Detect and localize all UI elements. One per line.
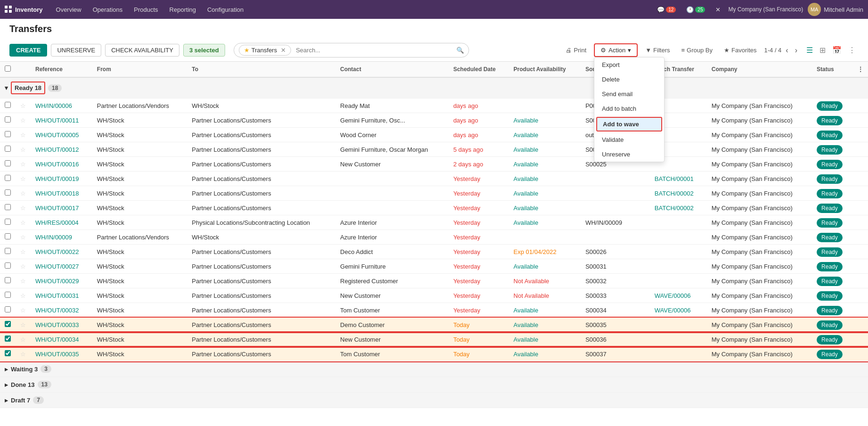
row-reference-cell[interactable]: WH/OUT/00018: [31, 186, 92, 201]
row-reference-cell[interactable]: WH/RES/00004: [31, 215, 92, 230]
row-checkbox[interactable]: [5, 102, 11, 108]
action-add-to-wave[interactable]: Add to wave: [596, 117, 662, 131]
row-settings-cell[interactable]: [853, 157, 868, 172]
row-star-cell[interactable]: ☆: [16, 128, 31, 142]
reference-link[interactable]: WH/OUT/00029: [35, 278, 79, 285]
row-checkbox-cell[interactable]: [0, 215, 16, 230]
action-send-email[interactable]: Send email: [594, 87, 664, 101]
row-reference-cell[interactable]: WH/OUT/00031: [31, 288, 92, 303]
row-batch-cell[interactable]: [650, 215, 707, 230]
group-row[interactable]: ▸ Done 13 13: [0, 377, 868, 393]
row-batch-cell[interactable]: [650, 274, 707, 288]
reference-link[interactable]: WH/IN/00009: [35, 234, 72, 241]
batch-link[interactable]: BATCH/00002: [655, 205, 694, 212]
row-reference-cell[interactable]: WH/OUT/00005: [31, 128, 92, 142]
table-row[interactable]: ☆ WH/OUT/00011 WH/Stock Partner Location…: [0, 113, 868, 128]
messages-button[interactable]: 💬 12: [654, 4, 679, 15]
reference-link[interactable]: WH/IN/00006: [35, 102, 72, 109]
close-button[interactable]: ✕: [713, 4, 723, 15]
col-contact-header[interactable]: Contact: [335, 62, 448, 77]
row-checkbox-cell[interactable]: [0, 303, 16, 318]
batch-link[interactable]: WAVE/00006: [655, 292, 691, 299]
row-checkbox[interactable]: [5, 160, 11, 166]
row-checkbox[interactable]: [5, 336, 11, 342]
table-row[interactable]: ☆ WH/OUT/00032 WH/Stock Partner Location…: [0, 303, 868, 318]
row-checkbox-cell[interactable]: [0, 186, 16, 201]
reference-link[interactable]: WH/OUT/00033: [35, 321, 79, 328]
calendar-view-icon[interactable]: 📅: [829, 44, 844, 57]
row-reference-cell[interactable]: WH/OUT/00029: [31, 274, 92, 288]
action-button[interactable]: ⚙ Action ▾: [594, 43, 638, 57]
row-checkbox[interactable]: [5, 248, 11, 254]
row-star-cell[interactable]: ☆: [16, 303, 31, 318]
row-checkbox-cell[interactable]: [0, 172, 16, 186]
table-row[interactable]: ☆ WH/IN/00006 Partner Locations/Vendors …: [0, 98, 868, 113]
row-reference-cell[interactable]: WH/OUT/00012: [31, 142, 92, 157]
row-settings-cell[interactable]: [853, 113, 868, 128]
activities-button[interactable]: 🕐 25: [683, 4, 708, 15]
search-tag-close[interactable]: ✕: [281, 47, 286, 54]
row-checkbox[interactable]: [5, 306, 11, 312]
row-settings-cell[interactable]: [853, 172, 868, 186]
row-settings-cell[interactable]: [853, 201, 868, 215]
row-checkbox[interactable]: [5, 233, 11, 239]
group-toggle[interactable]: ▸ Done 13 13: [5, 381, 51, 388]
row-star-icon[interactable]: ☆: [20, 263, 26, 270]
table-row[interactable]: ☆ WH/OUT/00017 WH/Stock Partner Location…: [0, 201, 868, 215]
row-settings-cell[interactable]: [853, 98, 868, 113]
col-from-header[interactable]: From: [92, 62, 187, 77]
reference-link[interactable]: WH/OUT/00018: [35, 190, 79, 197]
row-checkbox-cell[interactable]: [0, 259, 16, 274]
reference-link[interactable]: WH/OUT/00034: [35, 336, 79, 343]
row-batch-cell[interactable]: [650, 347, 707, 361]
group-toggle[interactable]: ▾ Ready 18 18: [5, 82, 62, 94]
row-star-cell[interactable]: ☆: [16, 142, 31, 157]
row-reference-cell[interactable]: WH/OUT/00033: [31, 318, 92, 332]
table-row[interactable]: ☆ WH/OUT/00022 WH/Stock Partner Location…: [0, 245, 868, 259]
row-reference-cell[interactable]: WH/OUT/00032: [31, 303, 92, 318]
row-checkbox[interactable]: [5, 219, 11, 225]
row-checkbox-cell[interactable]: [0, 128, 16, 142]
search-input[interactable]: [294, 45, 454, 56]
row-star-icon[interactable]: ☆: [20, 336, 26, 343]
reference-link[interactable]: WH/OUT/00027: [35, 263, 79, 270]
table-row[interactable]: ☆ WH/OUT/00033 WH/Stock Partner Location…: [0, 318, 868, 332]
selected-count-button[interactable]: 3 selected: [183, 44, 225, 57]
row-settings-cell[interactable]: [853, 259, 868, 274]
row-star-cell[interactable]: ☆: [16, 274, 31, 288]
reference-link[interactable]: WH/OUT/00019: [35, 175, 79, 182]
table-row[interactable]: ☆ WH/OUT/00034 WH/Stock Partner Location…: [0, 332, 868, 347]
col-reference-header[interactable]: Reference: [31, 62, 92, 77]
row-batch-cell[interactable]: BATCH/00002: [650, 186, 707, 201]
row-reference-cell[interactable]: WH/OUT/00022: [31, 245, 92, 259]
row-checkbox[interactable]: [5, 189, 11, 196]
table-row[interactable]: ☆ WH/OUT/00018 WH/Stock Partner Location…: [0, 186, 868, 201]
group-by-button[interactable]: ≡ Group By: [678, 44, 717, 56]
row-star-icon[interactable]: ☆: [20, 102, 26, 109]
reference-link[interactable]: WH/OUT/00035: [35, 351, 79, 358]
row-star-icon[interactable]: ☆: [20, 146, 26, 153]
row-reference-cell[interactable]: WH/IN/00009: [31, 230, 92, 245]
row-checkbox[interactable]: [5, 116, 11, 123]
create-button[interactable]: CREATE: [9, 44, 47, 57]
row-star-cell[interactable]: ☆: [16, 186, 31, 201]
row-batch-cell[interactable]: BATCH/00001: [650, 172, 707, 186]
row-checkbox-cell[interactable]: [0, 274, 16, 288]
row-batch-cell[interactable]: WAVE/00006: [650, 303, 707, 318]
list-view-icon[interactable]: ☰: [803, 44, 816, 57]
table-row[interactable]: ☆ WH/IN/00009 Partner Locations/Vendors …: [0, 230, 868, 245]
row-star-cell[interactable]: ☆: [16, 347, 31, 361]
group-header-cell[interactable]: ▸ Draft 7 7: [0, 393, 868, 408]
row-batch-cell[interactable]: [650, 318, 707, 332]
row-reference-cell[interactable]: WH/OUT/00035: [31, 347, 92, 361]
batch-link[interactable]: BATCH/00001: [655, 175, 694, 182]
row-star-cell[interactable]: ☆: [16, 215, 31, 230]
row-settings-cell[interactable]: [853, 245, 868, 259]
print-button[interactable]: 🖨 Print: [562, 44, 590, 56]
row-star-cell[interactable]: ☆: [16, 259, 31, 274]
col-to-header[interactable]: To: [187, 62, 335, 77]
row-reference-cell[interactable]: WH/OUT/00027: [31, 259, 92, 274]
reference-link[interactable]: WH/OUT/00012: [35, 146, 79, 153]
row-checkbox[interactable]: [5, 262, 11, 269]
row-checkbox[interactable]: [5, 292, 11, 298]
